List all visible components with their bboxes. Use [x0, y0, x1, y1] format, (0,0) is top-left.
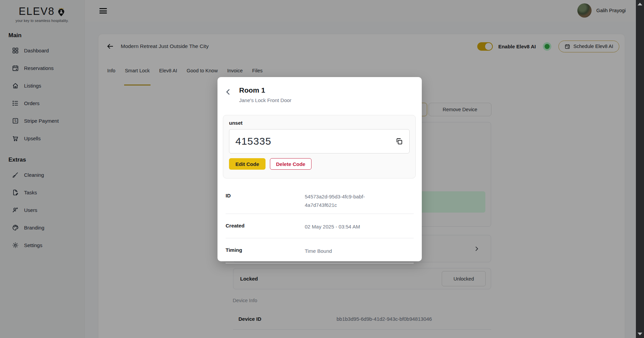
scrollbar-up-arrow-icon[interactable] — [638, 3, 642, 5]
detail-row-id: ID 54573a2d-95d3-4fc9-babf-4a7d743f621c — [226, 185, 414, 214]
code-card: unset 415335 Edit Code Delete Code — [223, 115, 416, 178]
row-value: 02 May 2025 - 03:54 AM — [305, 223, 360, 231]
detail-row-timing: Timing Time Bound — [226, 238, 414, 263]
row-value: Time Bound — [305, 247, 332, 256]
detail-row-created: Created 02 May 2025 - 03:54 AM — [226, 214, 414, 239]
code-name-label: unset — [229, 120, 410, 126]
code-field[interactable]: 415335 — [229, 129, 410, 153]
app-root: ELEV8 your key to seamless hospitality. … — [0, 0, 644, 338]
code-detail-rows: ID 54573a2d-95d3-4fc9-babf-4a7d743f621c … — [226, 185, 414, 263]
scrollbar-down-arrow-icon[interactable] — [638, 333, 642, 335]
row-label: ID — [226, 193, 305, 210]
row-label: Created — [226, 223, 305, 231]
delete-code-button[interactable]: Delete Code — [270, 158, 312, 170]
row-label: Timing — [226, 247, 305, 256]
code-value: 415335 — [235, 136, 271, 147]
modal-title: Room 1 — [239, 86, 265, 94]
edit-code-button[interactable]: Edit Code — [229, 158, 266, 170]
modal-back-chevron-icon[interactable] — [222, 86, 234, 98]
copy-icon[interactable] — [395, 137, 403, 145]
smart-lock-code-modal: Room 1 Jane's Lock Front Door unset 4153… — [217, 77, 422, 261]
row-value: 54573a2d-95d3-4fc9-babf-4a7d743f621c — [305, 193, 374, 210]
modal-subtitle: Jane's Lock Front Door — [239, 97, 292, 103]
scrollbar[interactable] — [636, 0, 644, 338]
